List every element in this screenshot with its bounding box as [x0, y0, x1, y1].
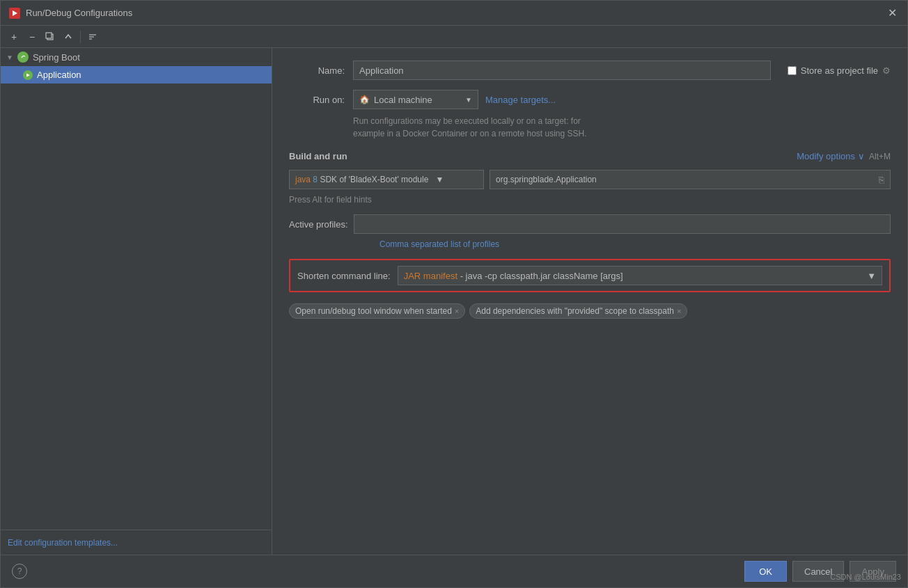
main-class-field[interactable]: org.springblade.Application ⎘: [490, 170, 891, 189]
name-input-wrap: Store as project file ⚙: [353, 61, 891, 80]
dropdown-arrow: ▼: [465, 96, 472, 104]
active-profiles-input[interactable]: [354, 214, 891, 234]
modify-options-link[interactable]: Modify options ∨: [797, 151, 865, 161]
toolbar: + −: [1, 26, 907, 48]
shorten-command-line-row: Shorten command line: JAR manifest - jav…: [289, 259, 891, 292]
tag-label-1: Add dependencies with "provided" scope t…: [476, 306, 674, 316]
sdk-dropdown[interactable]: java 8 SDK of 'BladeX-Boot' module ▼: [289, 170, 484, 189]
right-panel: Name: Store as project file ⚙ Run on: 🏠: [272, 48, 907, 555]
run-on-label: Run on:: [289, 95, 345, 105]
store-project-checkbox[interactable]: [788, 66, 797, 75]
shorten-value: JAR manifest - java -cp classpath.jar cl…: [404, 271, 623, 281]
run-description: Run configurations may be executed local…: [353, 115, 891, 140]
title-bar: Run/Debug Configurations ✕: [1, 1, 907, 26]
expand-arrow: ▼: [6, 54, 13, 61]
svg-point-7: [19, 54, 26, 61]
run-on-dropdown[interactable]: 🏠 Local machine ▼: [353, 90, 478, 109]
settings-gear-icon[interactable]: ⚙: [882, 65, 891, 76]
edit-config-templates-link[interactable]: Edit configuration templates...: [8, 538, 118, 548]
active-profiles-label: Active profiles:: [289, 219, 348, 230]
help-button[interactable]: ?: [12, 564, 27, 579]
tags-row: Open run/debug tool window when started …: [289, 303, 891, 319]
main-content: ▼ Spring Boot Application: [1, 48, 907, 555]
build-run-sdk-row: java 8 SDK of 'BladeX-Boot' module ▼ org…: [289, 170, 891, 189]
active-profiles-row: Active profiles:: [289, 214, 891, 234]
spring-boot-label: Spring Boot: [33, 52, 80, 63]
modify-options-wrap: Modify options ∨ Alt+M: [797, 151, 891, 161]
sidebar-item-application[interactable]: Application: [1, 66, 272, 84]
main-class-value: org.springblade.Application: [496, 175, 597, 184]
sidebar-footer: Edit configuration templates...: [1, 530, 272, 555]
tag-remove-0[interactable]: ×: [455, 307, 459, 315]
tag-label-0: Open run/debug tool window when started: [295, 306, 452, 316]
add-config-button[interactable]: +: [6, 29, 22, 45]
build-run-section-header: Build and run Modify options ∨ Alt+M: [289, 151, 891, 161]
store-project-label: Store as project file: [801, 65, 878, 76]
sidebar-item-spring-boot[interactable]: ▼ Spring Boot: [1, 48, 272, 66]
name-row: Name: Store as project file ⚙: [289, 61, 891, 80]
toolbar-separator: [80, 31, 81, 43]
watermark: CSDN @LouisMin23: [830, 573, 901, 581]
shorten-dropdown[interactable]: JAR manifest - java -cp classpath.jar cl…: [398, 266, 882, 285]
ok-button[interactable]: OK: [744, 561, 787, 582]
tag-remove-1[interactable]: ×: [677, 307, 681, 315]
svg-rect-3: [46, 33, 52, 38]
title-bar-left: Run/Debug Configurations: [9, 8, 132, 19]
name-label: Name:: [289, 65, 345, 76]
tag-run-debug-window: Open run/debug tool window when started …: [289, 303, 465, 319]
run-on-row: Run on: 🏠 Local machine ▼ Manage targets…: [289, 90, 891, 109]
store-wrap: Store as project file ⚙: [788, 65, 891, 76]
alt-shortcut: Alt+M: [869, 152, 891, 161]
manage-targets-link[interactable]: Manage targets...: [485, 95, 556, 105]
shorten-description: - java -cp classpath.jar className [args…: [460, 271, 623, 281]
move-up-button[interactable]: [61, 29, 76, 45]
modify-options-arrow: ∨: [858, 151, 865, 161]
dialog-icon: [9, 8, 20, 19]
name-input[interactable]: [353, 61, 771, 80]
dialog-title: Run/Debug Configurations: [26, 8, 132, 18]
spring-boot-icon: [17, 51, 29, 63]
sidebar: ▼ Spring Boot Application: [1, 48, 272, 555]
shorten-arrow: ▼: [867, 271, 876, 281]
local-machine-label: Local machine: [374, 95, 432, 105]
sort-button[interactable]: [85, 29, 100, 45]
run-debug-dialog: Run/Debug Configurations ✕ + −: [0, 0, 908, 588]
application-icon: [23, 70, 33, 80]
run-on-content: 🏠 Local machine ▼ Manage targets...: [353, 90, 556, 109]
application-label: Application: [37, 70, 81, 80]
build-run-title: Build and run: [289, 151, 347, 161]
bottom-bar: ? OK Cancel Apply: [1, 555, 907, 587]
copy-config-button[interactable]: [42, 29, 58, 45]
shorten-jar-text: JAR manifest: [404, 271, 457, 281]
sdk-label: java 8 SDK of 'BladeX-Boot' module: [295, 175, 428, 184]
copy-main-class-icon[interactable]: ⎘: [879, 175, 884, 185]
home-icon: 🏠: [359, 95, 370, 104]
comma-hint: Comma separated list of profiles: [379, 239, 891, 249]
remove-config-button[interactable]: −: [24, 29, 40, 45]
close-button[interactable]: ✕: [885, 6, 899, 20]
tag-add-dependencies: Add dependencies with "provided" scope t…: [469, 303, 687, 319]
sdk-arrow: ▼: [435, 175, 444, 184]
press-alt-hint: Press Alt for field hints: [289, 195, 891, 205]
shorten-label: Shorten command line:: [297, 271, 391, 281]
